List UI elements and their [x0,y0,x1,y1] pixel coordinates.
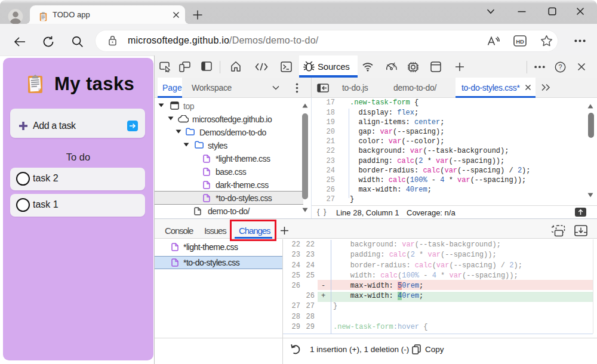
svg-text:HD: HD [516,38,524,45]
svg-text:?: ? [558,63,562,70]
